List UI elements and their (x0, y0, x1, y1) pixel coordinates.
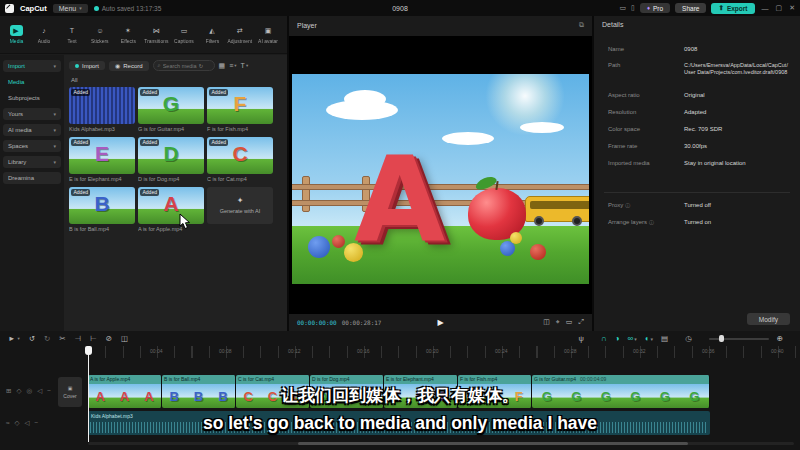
panel-toggle-icon[interactable]: ▯ (631, 4, 635, 12)
tab-media[interactable]: ▶ Media (2, 25, 30, 44)
media-item[interactable]: B Added B is for Ball.mp4 (69, 187, 135, 232)
video-thumbnail[interactable]: F Added (207, 87, 273, 124)
media-item[interactable]: G Added G is for Guitar.mp4 (138, 87, 204, 132)
video-thumbnail[interactable]: B Added (69, 187, 135, 224)
video-thumbnail[interactable]: A Added (138, 187, 204, 224)
ball-yellow (344, 243, 363, 262)
current-time: 00:00:00:00 (297, 319, 337, 326)
audio-thumbnail[interactable]: Added (69, 87, 135, 124)
ribbon-tabs: ▶ Media ♪ Audio T Text ☺ Stickers ✶ Effe… (0, 16, 287, 54)
tab-audio[interactable]: ♪ Audio (30, 25, 58, 44)
refresh-icon[interactable]: ↻ (199, 63, 204, 69)
sidebar-item-library[interactable]: Library ▾ (3, 156, 61, 168)
trim-right-button[interactable]: ⊢ (90, 334, 97, 343)
sidebar-item-dreamina[interactable]: Dreamina (3, 172, 61, 184)
generate-with-ai-tile[interactable]: ✦ Generate with AI (207, 187, 273, 232)
type-filter-button[interactable]: T ▾ (241, 62, 249, 69)
chevron-down-icon: ▾ (634, 336, 637, 342)
tab-transitions[interactable]: ⋈ Transitions (142, 25, 170, 44)
added-badge: Added (209, 139, 228, 146)
undo-button[interactable]: ↺ (29, 334, 35, 343)
preview-axis-button[interactable]: ◐ ▾ (645, 334, 653, 343)
grid-view-button[interactable]: ▦ (219, 62, 226, 70)
split-button[interactable]: ✂ (59, 334, 65, 343)
sort-button[interactable]: ≡ ▾ (229, 62, 236, 69)
generate-ai-icon: ✦ (237, 196, 244, 205)
sidebar-item-yours[interactable]: Yours ▾ (3, 108, 61, 120)
chevron-down-icon: ▾ (53, 143, 56, 149)
flip-icon[interactable]: ◫ (543, 318, 550, 326)
sidebar-item-spaces[interactable]: Spaces ▾ (3, 140, 61, 152)
video-thumbnail[interactable]: C Added (207, 137, 273, 174)
import-button[interactable]: Import (69, 61, 105, 70)
sidebar-item-ai-media[interactable]: AI media ▾ (3, 124, 61, 136)
project-title: 0908 (392, 5, 408, 12)
layout-toggle-icon[interactable]: ▭ (619, 4, 626, 12)
redo-button[interactable]: ↻ (44, 334, 50, 343)
mirror-button[interactable]: ◫ (121, 334, 128, 343)
video-viewport[interactable]: A (289, 36, 592, 314)
media-item[interactable]: Added Kids Alphabet.mp3 (69, 87, 135, 132)
search-input[interactable]: ⌕ Search media ↻ (153, 60, 215, 71)
video-thumbnail[interactable]: D Added (138, 137, 204, 174)
focus-icon[interactable]: ⌖ (556, 318, 560, 326)
clock-button[interactable]: ◷ (685, 334, 692, 343)
video-thumbnail[interactable]: G Added (138, 87, 204, 124)
scrollbar-thumb[interactable] (298, 442, 688, 445)
chevron-down-icon: ▾ (17, 336, 19, 341)
playhead-handle[interactable] (85, 346, 92, 355)
tab-ai-avatar[interactable]: ▣ AI avatar (254, 25, 282, 44)
video-thumbnail[interactable]: E Added (69, 137, 135, 174)
magnet-snap-button[interactable]: ∩ (601, 334, 607, 343)
play-button[interactable]: ▶ (437, 318, 443, 327)
media-item[interactable]: D Added D is for Dog.mp4 (138, 137, 204, 182)
subtitle-english: so let's go back to media and only media… (0, 413, 800, 434)
timeline-zoom-slider[interactable] (709, 338, 769, 340)
auto-cut-button[interactable]: ◑ (615, 334, 620, 343)
tab-adjustment[interactable]: ⇄ Adjustment (226, 25, 254, 44)
tab-effects[interactable]: ✶ Effects (114, 25, 142, 44)
sidebar-item-media[interactable]: Media (3, 76, 61, 88)
zoom-slider-handle[interactable] (719, 335, 724, 342)
horizontal-scrollbar[interactable] (88, 442, 794, 445)
tab-captions[interactable]: ▭ Captions (170, 25, 198, 44)
chevron-down-icon: ▾ (53, 63, 56, 69)
record-icon: ◉ (115, 62, 120, 69)
media-item[interactable]: C Added C is for Cat.mp4 (207, 137, 273, 182)
timeline-ruler[interactable]: 00:04 00:08 00:12 00:16 00:20 00:24 00:2… (88, 346, 800, 358)
media-item[interactable]: F Added F is for Fish.mp4 (207, 87, 273, 132)
export-button[interactable]: ⬆ Export (711, 3, 754, 14)
added-badge: Added (71, 139, 90, 146)
sidebar-item-subprojects[interactable]: Subprojects (3, 92, 61, 104)
delete-button[interactable]: ⊘ (106, 334, 112, 343)
sidebar-item-import[interactable]: Import ▾ (3, 60, 61, 72)
menu-button[interactable]: Menu ▾ (53, 4, 88, 13)
search-icon: ⌕ (158, 62, 161, 69)
maximize-button[interactable]: ▢ (776, 4, 783, 12)
zoom-fit-button[interactable]: ⊕ (777, 334, 783, 343)
share-button[interactable]: Share (675, 3, 706, 13)
voiceover-mic-button[interactable]: ψ (579, 334, 584, 343)
detach-player-icon[interactable]: ⧉ (579, 21, 584, 29)
tab-filters[interactable]: ◭ Filters (198, 25, 226, 44)
tab-text[interactable]: T Text (58, 25, 86, 44)
aspect-ratio-icon[interactable]: ▭ (566, 318, 573, 326)
fullscreen-icon[interactable]: ⤢ (578, 318, 584, 326)
added-badge: Added (71, 189, 90, 196)
close-button[interactable]: ✕ (789, 4, 795, 12)
ruler-tick: 00:16 (357, 348, 370, 354)
record-button[interactable]: ◉ Record (109, 61, 149, 71)
media-item[interactable]: A Added A is for Apple.mp4 (138, 187, 204, 232)
media-item[interactable]: E Added E is for Elephant.mp4 (69, 137, 135, 182)
tab-stickers[interactable]: ☺ Stickers (86, 25, 114, 44)
trim-left-button[interactable]: ⊣ (75, 334, 82, 343)
modify-button[interactable]: Modify (747, 313, 790, 325)
link-clips-button[interactable]: ∞ ▾ (627, 334, 636, 343)
ruler-tick: 00:20 (426, 348, 439, 354)
film-frames-button[interactable]: ▤ (661, 334, 668, 343)
detail-row-resolution: Resolution Adapted (608, 109, 790, 115)
minimize-button[interactable]: — (762, 5, 769, 12)
pro-button[interactable]: ♦ Pro (640, 3, 670, 13)
select-tool-button[interactable]: ► ▾ (8, 334, 20, 343)
media-grid-area: Import ◉ Record ⌕ Search media ↻ ▦ ≡ ▾ T… (64, 55, 287, 331)
